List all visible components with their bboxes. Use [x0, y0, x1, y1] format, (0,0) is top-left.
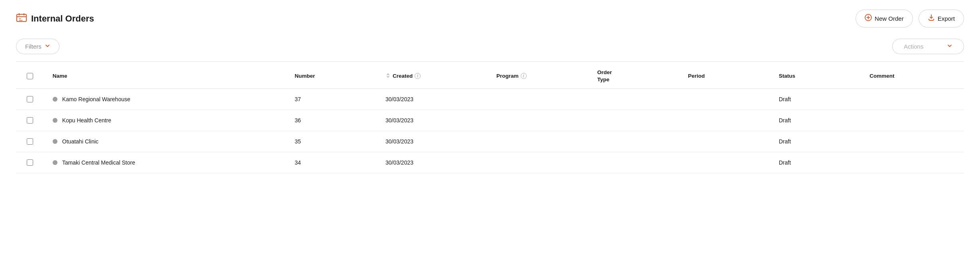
- table-container: Name Number Created: [16, 62, 964, 173]
- row-name-cell: Kamo Regional Warehouse: [46, 89, 288, 110]
- row-ordertype-cell: [591, 131, 682, 152]
- page-container: Internal Orders New Order: [0, 0, 980, 173]
- row-checkbox-cell: [16, 152, 46, 173]
- page-title: Internal Orders: [31, 14, 94, 24]
- table-row[interactable]: Kamo Regional Warehouse 37 30/03/2023 Dr…: [16, 89, 964, 110]
- row-number-cell: 36: [288, 110, 379, 131]
- row-checkbox[interactable]: [27, 138, 33, 145]
- orders-table: Name Number Created: [16, 62, 964, 173]
- row-number-cell: 35: [288, 131, 379, 152]
- sort-icon: [385, 73, 391, 79]
- row-status-cell: Draft: [773, 110, 863, 131]
- actions-button[interactable]: Actions: [892, 39, 964, 54]
- table-body: Kamo Regional Warehouse 37 30/03/2023 Dr…: [16, 89, 964, 173]
- row-created: 30/03/2023: [385, 96, 413, 102]
- row-status-cell: Draft: [773, 89, 863, 110]
- row-checkbox[interactable]: [27, 159, 33, 166]
- row-program-cell: [490, 110, 591, 131]
- row-period-cell: [682, 152, 772, 173]
- row-status-dot: [53, 160, 57, 165]
- col-header-number: Number: [288, 62, 379, 89]
- row-status: Draft: [779, 117, 791, 124]
- row-status: Draft: [779, 96, 791, 102]
- new-order-label: New Order: [875, 15, 904, 22]
- row-created-cell: 30/03/2023: [379, 152, 490, 173]
- row-status-dot: [53, 97, 57, 102]
- row-status: Draft: [779, 138, 791, 145]
- actions-label: Actions: [904, 43, 923, 50]
- row-program-cell: [490, 152, 591, 173]
- row-created: 30/03/2023: [385, 138, 413, 145]
- row-checkbox[interactable]: [27, 96, 33, 102]
- row-status-dot: [53, 118, 57, 123]
- row-name-cell: Kopu Health Centre: [46, 110, 288, 131]
- row-checkbox-cell: [16, 110, 46, 131]
- table-row[interactable]: Tamaki Central Medical Store 34 30/03/20…: [16, 152, 964, 173]
- row-name-text: Kamo Regional Warehouse: [62, 96, 130, 102]
- row-number-cell: 37: [288, 89, 379, 110]
- row-program-cell: [490, 89, 591, 110]
- table-row[interactable]: Otuatahi Clinic 35 30/03/2023 Draft: [16, 131, 964, 152]
- col-header-created[interactable]: Created i: [379, 62, 490, 89]
- row-name-text: Otuatahi Clinic: [62, 138, 99, 145]
- actions-chevron-icon: [947, 43, 952, 50]
- filters-button[interactable]: Filters: [16, 39, 59, 54]
- row-name-text: Kopu Health Centre: [62, 117, 111, 124]
- export-label: Export: [938, 15, 955, 22]
- download-icon: [928, 14, 935, 23]
- internal-orders-icon: [16, 13, 27, 25]
- row-number: 37: [294, 96, 301, 102]
- row-checkbox-cell: [16, 89, 46, 110]
- header-actions: New Order Export: [856, 10, 964, 27]
- plus-circle-icon: [865, 14, 872, 23]
- row-ordertype-cell: [591, 152, 682, 173]
- row-program-cell: [490, 131, 591, 152]
- row-created: 30/03/2023: [385, 117, 413, 124]
- row-number: 36: [294, 117, 301, 124]
- row-checkbox[interactable]: [27, 117, 33, 124]
- row-number-cell: 34: [288, 152, 379, 173]
- row-name-text: Tamaki Central Medical Store: [62, 159, 135, 166]
- table-row[interactable]: Kopu Health Centre 36 30/03/2023 Draft: [16, 110, 964, 131]
- row-period-cell: [682, 110, 772, 131]
- table-header-row: Name Number Created: [16, 62, 964, 89]
- row-created-cell: 30/03/2023: [379, 110, 490, 131]
- row-created: 30/03/2023: [385, 159, 413, 166]
- col-header-comment: Comment: [863, 62, 964, 89]
- col-header-name: Name: [46, 62, 288, 89]
- row-created-cell: 30/03/2023: [379, 89, 490, 110]
- row-status-cell: Draft: [773, 152, 863, 173]
- col-header-ordertype: Order Type: [591, 62, 682, 89]
- row-created-cell: 30/03/2023: [379, 131, 490, 152]
- row-checkbox-cell: [16, 131, 46, 152]
- toolbar: Filters Actions: [16, 39, 964, 61]
- filters-chevron-icon: [45, 43, 50, 50]
- col-header-status: Status: [773, 62, 863, 89]
- export-button[interactable]: Export: [919, 10, 964, 27]
- row-comment-cell: [863, 152, 964, 173]
- page-header: Internal Orders New Order: [16, 10, 964, 27]
- row-comment-cell: [863, 110, 964, 131]
- row-ordertype-cell: [591, 110, 682, 131]
- row-status-cell: Draft: [773, 131, 863, 152]
- row-name-cell: Tamaki Central Medical Store: [46, 152, 288, 173]
- col-header-period: Period: [682, 62, 772, 89]
- row-status-dot: [53, 139, 57, 144]
- row-ordertype-cell: [591, 89, 682, 110]
- row-period-cell: [682, 89, 772, 110]
- filters-label: Filters: [25, 43, 41, 50]
- page-title-area: Internal Orders: [16, 13, 94, 25]
- row-status: Draft: [779, 159, 791, 166]
- select-all-checkbox[interactable]: [27, 73, 33, 79]
- row-period-cell: [682, 131, 772, 152]
- created-info-icon[interactable]: i: [415, 73, 421, 79]
- row-comment-cell: [863, 89, 964, 110]
- row-name-cell: Otuatahi Clinic: [46, 131, 288, 152]
- col-header-checkbox: [16, 62, 46, 89]
- row-number: 34: [294, 159, 301, 166]
- program-info-icon[interactable]: i: [521, 73, 527, 79]
- row-number: 35: [294, 138, 301, 145]
- row-comment-cell: [863, 131, 964, 152]
- col-header-program: Program i: [490, 62, 591, 89]
- new-order-button[interactable]: New Order: [856, 10, 913, 27]
